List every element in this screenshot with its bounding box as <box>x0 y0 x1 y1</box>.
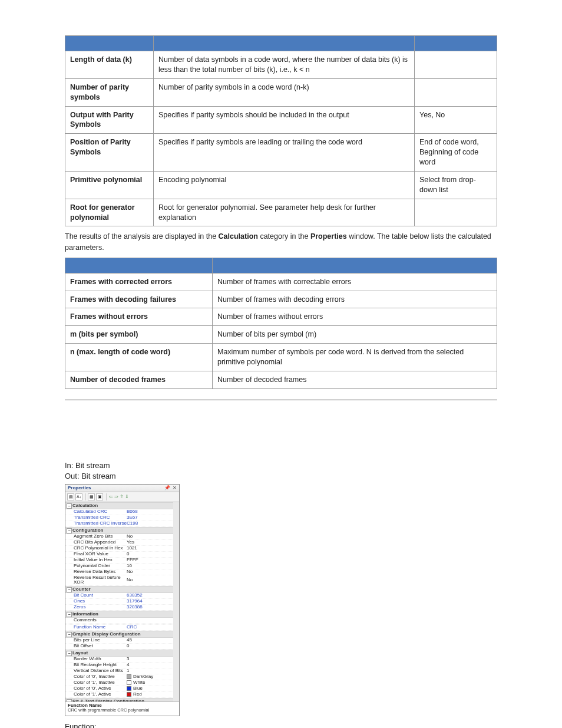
property-row[interactable]: Zeros320388 <box>65 605 173 611</box>
property-row[interactable]: Reverse Result before XORNo <box>65 575 173 586</box>
table-row: Position of Parity SymbolsSpecifies if p… <box>65 134 497 172</box>
property-row[interactable]: Color of '1', ActiveRed <box>65 692 173 698</box>
result-desc: Number of frames without errors <box>213 308 497 326</box>
property-value[interactable]: No <box>127 534 173 539</box>
io-in: In: Bit stream <box>65 461 497 470</box>
para-pre: The results of the analysis are displaye… <box>65 232 219 241</box>
property-row[interactable]: Calculated CRCB068 <box>65 509 173 515</box>
property-value[interactable]: 3 <box>127 657 173 661</box>
property-row[interactable]: Polynomial Order16 <box>65 564 173 569</box>
param-desc: Number of data symbols in a code word, w… <box>154 51 415 79</box>
property-key: Border Width <box>74 657 127 661</box>
close-icon[interactable]: ✕ <box>173 485 177 490</box>
function-label: Function: <box>65 722 497 728</box>
sort-icon[interactable]: A↓ <box>75 493 82 500</box>
section-separator <box>65 400 497 400</box>
property-value[interactable]: 638352 <box>127 593 173 598</box>
param-desc: Specifies if parity symbols are leading … <box>154 134 415 172</box>
color-swatch <box>127 692 131 697</box>
property-value[interactable]: 16 <box>127 564 173 568</box>
grid-icon[interactable]: ▦ <box>88 493 95 500</box>
property-row[interactable]: Final XOR Value0 <box>65 552 173 558</box>
param-name: Position of Parity Symbols <box>65 134 154 172</box>
property-value[interactable]: FFFF <box>127 558 173 562</box>
arrow-down-icon[interactable]: ⇓ <box>125 495 129 499</box>
property-row[interactable]: Bit Rectangle Height4 <box>65 663 173 668</box>
category-graphic[interactable]: Graphic Display Configuration <box>65 631 173 638</box>
property-value[interactable]: Red <box>127 692 173 697</box>
property-row[interactable]: Bits per Line45 <box>65 638 173 644</box>
property-value[interactable]: 3E67 <box>127 515 173 520</box>
category-counter[interactable]: Counter <box>65 586 173 593</box>
param-name: Number of parity symbols <box>65 78 154 106</box>
param-values: End of code word, Beginning of code word <box>415 134 497 172</box>
property-row[interactable]: CRC Polynomial in Hex1021 <box>65 546 173 552</box>
pin-icon[interactable]: 📌 <box>164 485 170 490</box>
property-row[interactable]: Bit Offset0 <box>65 644 173 650</box>
arrow-up-icon[interactable]: ⇑ <box>120 495 124 499</box>
expand-icon[interactable]: ▣ <box>96 493 103 500</box>
property-row[interactable]: Transmitted CRC3E67 <box>65 515 173 521</box>
category-layout[interactable]: Layout <box>65 650 173 657</box>
property-value[interactable]: Yes <box>127 540 173 545</box>
property-value[interactable]: 0 <box>127 644 173 648</box>
property-key: Color of '0', Inactive <box>74 674 127 679</box>
property-key: Reverse Data Bytes <box>74 569 127 574</box>
property-row[interactable]: Ones317964 <box>65 599 173 605</box>
category-bittext[interactable]: Bit & Text Display Configuration <box>65 698 173 701</box>
property-value[interactable]: 1 <box>127 668 173 673</box>
para-mid: category in the <box>258 232 310 241</box>
property-row[interactable]: Vertical Distance of Bits1 <box>65 668 173 674</box>
table-row: Primitive polynomialEncoding polynomialS… <box>65 171 497 199</box>
property-row[interactable]: Initial Value in HexFFFF <box>65 558 173 564</box>
category-calculation[interactable]: Calculation <box>65 502 173 509</box>
property-row[interactable]: Bit Count638352 <box>65 593 173 599</box>
property-value[interactable]: B068 <box>127 509 173 514</box>
property-value[interactable]: White <box>127 680 173 685</box>
property-value[interactable]: 45 <box>127 638 173 643</box>
property-value[interactable]: 317964 <box>127 599 173 604</box>
properties-title: Properties <box>68 486 91 490</box>
result-name: Frames with corrected errors <box>65 273 213 291</box>
param-name: Primitive polynomial <box>65 171 154 199</box>
categorize-icon[interactable]: ▤ <box>67 493 74 500</box>
result-name: Number of decoded frames <box>65 371 213 388</box>
property-row[interactable]: Comments <box>65 618 173 624</box>
property-row[interactable]: Augment Zero BitsNo <box>65 534 173 540</box>
property-value[interactable]: No <box>127 575 173 585</box>
property-value[interactable]: No <box>127 569 173 574</box>
property-value[interactable]: 1021 <box>127 546 173 551</box>
property-key: Comments <box>74 618 127 622</box>
category-information[interactable]: Information <box>65 611 173 618</box>
property-value[interactable]: Blue <box>127 686 173 691</box>
para-b2: Properties <box>310 232 347 241</box>
color-swatch <box>127 686 131 691</box>
property-row[interactable]: Color of '1', InactiveWhite <box>65 680 173 686</box>
property-value[interactable]: C198 <box>127 521 173 526</box>
property-value[interactable]: 0 <box>127 552 173 556</box>
param-desc: Specifies if parity symbols should be in… <box>154 106 415 134</box>
calculation-paragraph: The results of the analysis are displaye… <box>65 231 497 252</box>
arrow-left-icon[interactable]: ⇐ <box>109 495 113 499</box>
property-row[interactable]: Function NameCRC <box>65 625 173 631</box>
property-row[interactable]: CRC Bits AppendedYes <box>65 540 173 546</box>
result-name: Frames without errors <box>65 308 213 326</box>
param-values <box>415 78 497 106</box>
property-value[interactable]: DarkGray <box>127 674 173 679</box>
property-value[interactable] <box>127 618 173 622</box>
category-configuration[interactable]: Configuration <box>65 527 173 534</box>
property-row[interactable]: Color of '0', ActiveBlue <box>65 686 173 692</box>
property-row[interactable]: Border Width3 <box>65 657 173 663</box>
param-values: Yes, No <box>415 106 497 134</box>
properties-panel: Properties 📌 ✕ ▤ A↓ ▦ ▣ ⇐ ⇒ ⇑ ⇓ Calculat… <box>65 484 180 717</box>
table-row: Frames with decoding failuresNumber of f… <box>65 291 497 308</box>
arrow-right-icon[interactable]: ⇒ <box>114 495 118 499</box>
property-row[interactable]: Transmitted CRC InverseC198 <box>65 521 173 527</box>
property-value[interactable]: CRC <box>127 625 173 630</box>
property-row[interactable]: Color of '0', InactiveDarkGray <box>65 674 173 680</box>
property-row[interactable]: Reverse Data BytesNo <box>65 569 173 575</box>
property-value[interactable]: 320388 <box>127 605 173 610</box>
property-key: Color of '1', Active <box>74 692 127 697</box>
property-value[interactable]: 4 <box>127 663 173 667</box>
result-name: m (bits per symbol) <box>65 326 213 344</box>
